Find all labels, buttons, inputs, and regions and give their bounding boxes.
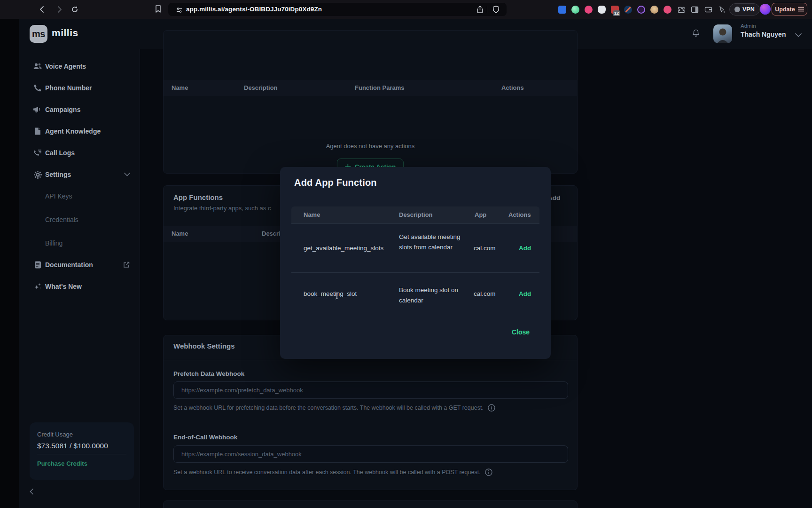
sidebar-item-campaigns[interactable]: Campaigns	[19, 103, 140, 116]
modal-close-button[interactable]: Close	[512, 328, 530, 336]
end-of-call-webhook-label: End-of-Call Webhook	[173, 434, 237, 441]
browser-toolbar: app.millis.ai/agents/-OBIBDJJu70iDp0Xd9Z…	[0, 0, 812, 19]
column-header: Name	[172, 80, 188, 96]
vpn-button[interactable]: VPN	[729, 3, 760, 16]
extension-icon[interactable]	[664, 6, 671, 14]
column-header: Function Params	[355, 80, 404, 96]
sidebar-item-label: Voice Agents	[45, 63, 86, 70]
sidebar-item-label: Billing	[45, 239, 62, 247]
prefetch-webhook-input[interactable]	[173, 381, 568, 399]
function-description: Get available meeting slots from calenda…	[399, 232, 473, 253]
sidebar-item-api-keys[interactable]: API Keys	[19, 190, 140, 203]
sidebar: Voice Agents Phone Number Campaigns Agen…	[19, 49, 140, 508]
function-name: get_available_meeting_slots	[304, 245, 383, 252]
modal-functions-table: Name Description App Actions get_availab…	[291, 206, 539, 315]
phone-icon	[33, 83, 42, 93]
vpn-icon	[734, 7, 740, 12]
sidebar-item-phone-number[interactable]: Phone Number	[19, 81, 140, 95]
document-icon	[33, 127, 42, 136]
back-icon[interactable]	[38, 5, 47, 14]
app-window: ms millis Admin Thach Nguyen Voice Agent…	[19, 19, 812, 508]
modal-table-header: Name Description App Actions	[291, 206, 539, 223]
address-bar[interactable]: app.millis.ai/agents/-OBIBDJJu70iDp0Xd9Z…	[168, 3, 507, 16]
browser-profile-avatar[interactable]	[760, 4, 771, 15]
logo-badge[interactable]: ms	[30, 25, 47, 43]
sidebar-item-label: Phone Number	[45, 84, 92, 92]
wallet-icon[interactable]	[704, 5, 712, 14]
bookmark-icon[interactable]	[154, 5, 162, 13]
add-function-button[interactable]: Add	[519, 290, 531, 297]
extension-icon[interactable]: 12	[611, 6, 619, 14]
sidebar-item-voice-agents[interactable]: Voice Agents	[19, 60, 140, 73]
column-header: Name	[304, 206, 320, 223]
ai-sparkle-icon[interactable]	[718, 5, 726, 14]
info-icon[interactable]	[485, 468, 492, 476]
extension-icon[interactable]	[650, 6, 658, 14]
function-app: cal.com	[474, 245, 496, 252]
sidebar-item-label: Agent Knowledge	[45, 127, 101, 135]
user-avatar[interactable]	[713, 24, 732, 43]
sidebar-item-whats-new[interactable]: What's New	[19, 280, 140, 293]
extension-icon[interactable]	[637, 6, 645, 14]
actions-section-card: Name Description Function Params Actions…	[163, 30, 578, 174]
vpn-label: VPN	[742, 6, 755, 13]
call-logs-icon	[33, 148, 42, 158]
url-text[interactable]: app.millis.ai/agents/-OBIBDJJu70iDp0Xd9Z…	[186, 6, 322, 13]
sidebar-item-credentials[interactable]: Credentials	[19, 213, 140, 226]
sidebar-item-call-logs[interactable]: Call Logs	[19, 146, 140, 159]
forward-icon[interactable]	[55, 5, 63, 14]
site-settings-icon[interactable]	[175, 6, 183, 14]
sidebar-item-agent-knowledge[interactable]: Agent Knowledge	[19, 125, 140, 138]
purchase-credits-button[interactable]: Purchase Credits	[37, 460, 126, 467]
extension-icon[interactable]	[585, 6, 593, 14]
documentation-icon	[33, 260, 42, 270]
divider	[164, 360, 577, 360]
share-icon[interactable]	[476, 5, 484, 14]
end-of-call-webhook-input[interactable]	[173, 445, 568, 463]
webhook-settings-title: Webhook Settings	[173, 342, 235, 350]
brave-shield-icon[interactable]	[492, 5, 500, 14]
credit-usage-title: Credit Usage	[37, 431, 126, 438]
sidebar-item-label: Campaigns	[45, 106, 80, 113]
logo-text[interactable]: millis	[52, 27, 78, 39]
table-row: book_meeting_slot Book meeting slot on c…	[291, 273, 539, 315]
extension-icon[interactable]	[624, 6, 632, 14]
reload-icon[interactable]	[70, 5, 79, 14]
update-button[interactable]: Update	[772, 3, 807, 16]
sidebar-panel-icon[interactable]	[690, 5, 699, 14]
extension-icon[interactable]	[571, 6, 579, 14]
sidebar-item-label: Call Logs	[45, 149, 75, 157]
sidebar-item-settings[interactable]: Settings	[19, 168, 140, 181]
puzzle-extensions-icon[interactable]	[677, 5, 685, 14]
column-header: Actions	[501, 80, 524, 96]
external-link-icon	[123, 262, 130, 268]
notifications-bell-icon[interactable]	[692, 29, 700, 37]
extension-icon[interactable]	[598, 6, 606, 14]
conversation-flow-card: Conversation Flow	[163, 500, 578, 508]
function-description: Book meeting slot on calendar	[399, 285, 474, 306]
sidebar-item-label: Documentation	[45, 261, 93, 269]
user-name[interactable]: Thach Nguyen	[741, 31, 786, 38]
end-of-call-webhook-help: Set a webhook URL to receive conversatio…	[173, 468, 492, 476]
extension-badge: 12	[613, 10, 620, 16]
sidebar-item-billing[interactable]: Billing	[19, 237, 140, 250]
column-header: Description	[399, 206, 433, 223]
extensions-row: 12	[558, 5, 726, 14]
sidebar-item-label: Credentials	[45, 216, 78, 223]
sidebar-item-documentation[interactable]: Documentation	[19, 258, 140, 271]
info-icon[interactable]	[488, 404, 495, 412]
user-menu-chevron-down-icon[interactable]	[794, 31, 803, 39]
function-app: cal.com	[474, 290, 496, 297]
credit-usage-card: Credit Usage $73.5081 / $100.0000 Purcha…	[30, 422, 134, 480]
column-header: App	[475, 206, 486, 223]
sidebar-collapse-chevron-icon[interactable]	[29, 488, 34, 495]
credit-usage-bar	[37, 454, 126, 454]
add-function-button[interactable]: Add	[519, 245, 531, 252]
sparkles-icon	[33, 282, 42, 291]
gear-icon	[33, 170, 42, 179]
screen: app.millis.ai/agents/-OBIBDJJu70iDp0Xd9Z…	[0, 0, 812, 508]
update-label: Update	[775, 6, 795, 13]
help-text: Set a webhook URL for prefetching data b…	[173, 405, 484, 411]
megaphone-icon	[33, 105, 42, 114]
extension-icon[interactable]	[558, 6, 566, 14]
